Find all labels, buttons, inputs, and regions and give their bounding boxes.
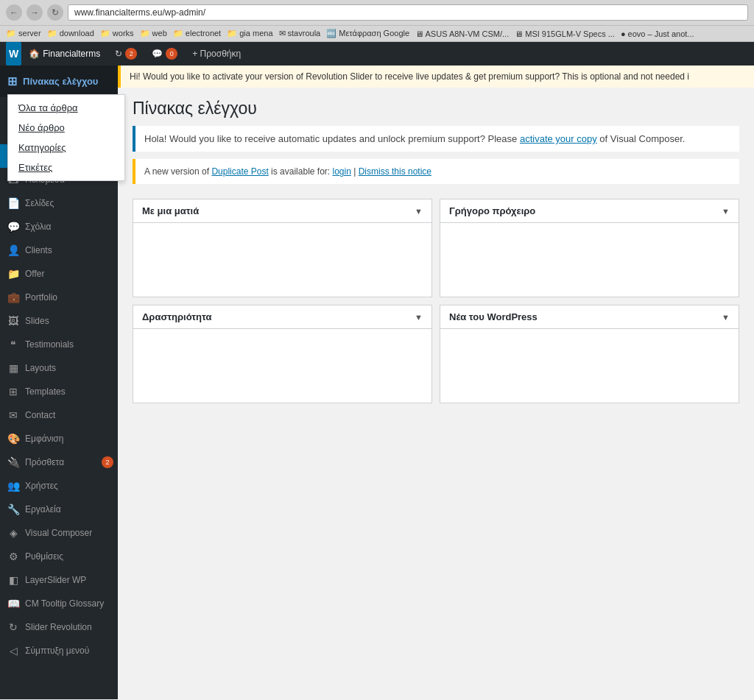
sidebar-item-offer[interactable]: 📁 Offer [0,262,118,286]
login-link[interactable]: login [332,166,350,177]
wp-logo[interactable]: W [6,42,21,66]
bookmark-msi[interactable]: 🖥 MSI 915GLM-V Specs ... [515,29,615,38]
widgets-area: Με μια ματιά ▼ Γρήγορο πρόχειρο ▼ Δραστη… [118,191,754,411]
wordpress-news-widget-toggle[interactable]: ▼ [722,313,730,322]
activity-widget: Δραστηριότητα ▼ [133,305,432,403]
plugins-icon: 🔌 [7,456,19,468]
browser-chrome: ← → ↻ [0,0,754,26]
sidebar-item-comments[interactable]: 💬 Σχόλια [0,215,118,238]
bookmark-asus[interactable]: 🖥 ASUS A8N-VM CSM/... [415,29,509,38]
duplicate-post-link[interactable]: Duplicate Post [211,166,268,177]
quick-draft-widget-header: Γρήγορο πρόχειρο ▼ [440,199,739,223]
users-icon: 👥 [7,480,19,492]
sidebar-item-cm-tooltip[interactable]: 📖 CM Tooltip Glossary [0,592,118,615]
sidebar-item-slides[interactable]: 🖼 Slides [0,309,118,333]
wordpress-news-widget-body [440,329,739,403]
activate-copy-link[interactable]: activate your copy [520,133,597,144]
bookmarks-bar: 📁 server 📁 download 📁 works 📁 web 📁 elec… [0,26,754,42]
sidebar-item-portfolio[interactable]: 💼 Portfolio [0,286,118,309]
sidebar-item-users[interactable]: 👥 Χρήστες [0,474,118,498]
dashboard-header[interactable]: ⊞ Πίνακας ελέγχου [0,66,118,97]
sidebar-item-label: Slider Revolution [25,622,92,632]
activity-widget-toggle[interactable]: ▼ [415,313,423,322]
dropdown-item-new-article[interactable]: Νέο άρθρο [8,118,124,138]
sidebar-item-testimonials[interactable]: ❝ Testimonials [0,333,118,356]
sidebar-item-label: Templates [25,386,66,397]
pages-icon: 📄 [7,197,19,209]
updates-count[interactable]: ↻ 2 [108,42,144,66]
sidebar-item-settings[interactable]: ⚙ Ρυθμίσεις [0,545,118,568]
sidebar-item-label: Πρόσθετα [25,457,64,467]
duplicate-post-text: A new version of [144,166,211,177]
activity-widget-title: Δραστηριότητα [142,311,211,322]
bookmark-translate[interactable]: 🔤 Μετάφραση Google [326,29,409,38]
sidebar-item-layouts[interactable]: ▦ Layouts [0,356,118,380]
sidebar-item-label: Visual Composer [25,528,92,538]
activity-widget-header: Δραστηριότητα ▼ [133,305,431,329]
back-button[interactable]: ← [6,4,22,21]
bookmark-download[interactable]: 📁 download [47,29,94,38]
url-bar[interactable] [68,4,748,21]
bookmark-works[interactable]: 📁 works [100,29,134,38]
sidebar-item-label: Εμφάνιση [25,434,63,444]
sidebar-item-layerslider[interactable]: ◧ LayerSlider WP [0,568,118,592]
portfolio-icon: 💼 [7,291,19,303]
forward-button[interactable]: → [27,4,43,21]
duplicate-post-notice: A new version of Duplicate Post is avail… [133,159,739,184]
glance-widget-toggle[interactable]: ▼ [415,207,423,216]
comments-count[interactable]: 💬 0 [144,42,185,66]
sidebar-item-label: Χρήστες [25,481,58,491]
quick-draft-widget: Γρήγορο πρόχειρο ▼ [440,199,739,297]
sidebar-item-label: Contact [25,410,55,420]
sidebar-item-label: Portfolio [25,292,57,303]
testimonials-icon: ❝ [7,339,19,350]
settings-icon: ⚙ [7,551,19,562]
revolution-slider-notice: Hi! Would you like to activate your vers… [118,66,754,88]
sidebar-item-appearance[interactable]: 🎨 Εμφάνιση [0,427,118,450]
dropdown-item-all-articles[interactable]: Όλα τα άρθρα [8,98,124,118]
bookmark-web[interactable]: 📁 web [140,29,167,38]
main-content: Hi! Would you like to activate your vers… [118,66,754,699]
sidebar-item-label: Clients [25,245,52,255]
glance-widget-body [133,223,431,297]
quick-draft-widget-body [440,223,739,297]
sidebar-item-label: Σύμπτυξη μενού [25,646,89,656]
wordpress-news-widget-header: Νέα του WordPress ▼ [440,305,739,329]
composer-notice-text: Hola! Would you like to receive automati… [144,133,517,144]
sidebar-item-slider-revolution[interactable]: ↻ Slider Revolution [0,615,118,639]
sidebar-item-pages[interactable]: 📄 Σελίδες [0,191,118,215]
templates-icon: ⊞ [7,386,19,397]
revolution-slider-notice-text: Hi! Would you like to activate your vers… [130,71,689,82]
sidebar-item-contact[interactable]: ✉ Contact [0,403,118,427]
add-new-button[interactable]: + Προσθήκη [185,42,248,66]
sidebar-item-plugins[interactable]: 🔌 Πρόσθετα 2 [0,450,118,474]
sidebar-item-label: Offer [25,269,44,279]
glance-widget-title: Με μια ματιά [142,205,199,216]
bookmark-server[interactable]: 📁 server [6,29,41,38]
bookmark-stavroula[interactable]: ✉ stavroula [279,29,321,38]
refresh-button[interactable]: ↻ [47,4,63,21]
bookmark-gia-mena[interactable]: 📁 gia mena [227,29,272,38]
dismiss-notice-link[interactable]: Dismiss this notice [359,166,431,177]
sidebar-item-collapse[interactable]: ◁ Σύμπτυξη μενού [0,639,118,662]
updates-badge: 2 [125,48,137,60]
quick-draft-widget-toggle[interactable]: ▼ [722,207,730,216]
clients-icon: 👤 [7,244,19,256]
bookmark-electronet[interactable]: 📁 electronet [173,29,221,38]
sidebar-item-visual-composer[interactable]: ◈ Visual Composer [0,521,118,545]
sidebar-item-templates[interactable]: ⊞ Templates [0,380,118,403]
comments-badge: 0 [166,48,177,60]
bookmark-eovo[interactable]: ● eovo – Just anot... [621,29,694,38]
dropdown-item-tags[interactable]: Ετικέτες [8,158,124,177]
contact-icon: ✉ [7,409,19,421]
wp-admin-bar: W 🏠 Financialterms ↻ 2 💬 0 + Προσθήκη [0,42,754,66]
site-name[interactable]: 🏠 Financialterms [21,42,108,66]
sidebar-item-clients[interactable]: 👤 Clients [0,238,118,262]
dropdown-item-categories[interactable]: Κατηγορίες [8,138,124,158]
glance-widget: Με μια ματιά ▼ [133,199,432,297]
sidebar-item-label: Ρυθμίσεις [25,551,63,562]
slider-revolution-icon: ↻ [7,621,19,633]
wordpress-news-widget-title: Νέα του WordPress [449,311,538,322]
sidebar-item-label: CM Tooltip Glossary [25,598,104,609]
sidebar-item-tools[interactable]: 🔧 Εργαλεία [0,498,118,521]
